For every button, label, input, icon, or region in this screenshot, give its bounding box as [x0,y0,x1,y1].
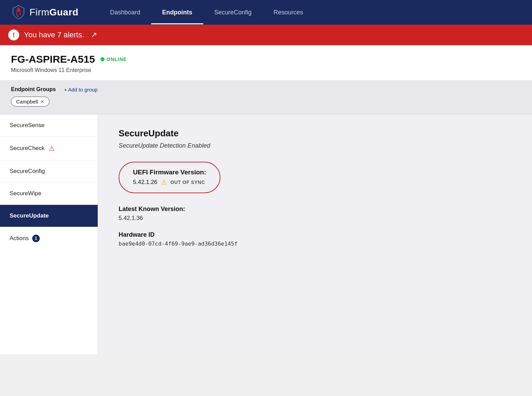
device-header: FG-ASPIRE-A515 ONLINE Microsoft Windows … [0,45,532,80]
device-name: FG-ASPIRE-A515 [11,53,95,65]
hardware-id-label: Hardware ID [119,231,511,238]
nav-item-secureconfig[interactable]: SecureConfig [203,1,263,24]
hardware-id-block: Hardware ID bae9e4d0-07cd-4f69-9ae9-ad36… [119,231,511,247]
latest-version-block: Latest Known Version: 5.42.1.36 [119,206,511,222]
navbar: FirmGuard Dashboard Endpoints SecureConf… [0,0,532,25]
sidebar-item-secureconfig[interactable]: SecureConfig [0,160,98,183]
warning-icon: ⚠ [49,144,55,152]
actions-badge: 1 [32,235,40,242]
groups-label: Endpoint Groups [11,86,56,92]
nav-item-dashboard[interactable]: Dashboard [99,1,151,24]
add-to-group-button[interactable]: + Add to group [64,87,98,92]
device-os: Microsoft Windows 11 Enterprise [11,67,521,73]
firmware-value-row: 5.42.1.26 ⚠ OUT OF SYNC [133,178,206,186]
alert-message: You have 7 alerts. [24,30,84,39]
section-subtitle: SecureUpdate Detection Enabled [119,142,511,149]
main-content: SecureUpdate SecureUpdate Detection Enab… [98,114,532,354]
alert-link-icon[interactable]: ↗︎ [91,30,97,39]
sidebar-item-label: SecureSense [10,122,45,129]
nav-item-endpoints[interactable]: Endpoints [151,1,203,24]
sidebar-actions-label: Actions [10,235,29,242]
endpoint-groups-section: Endpoint Groups + Add to group Campbell … [0,80,532,114]
status-dot [100,57,105,61]
out-of-sync-label: OUT OF SYNC [170,180,205,185]
logo: FirmGuard [11,5,78,20]
sidebar-item-securesense[interactable]: SecureSense [0,114,98,137]
firmware-version-box: UEFI Firmware Version: 5.42.1.26 ⚠ OUT O… [119,162,220,193]
group-tag-name: Campbell [16,99,38,104]
group-tag-campbell: Campbell ✕ [11,97,49,107]
firmware-label: UEFI Firmware Version: [133,169,206,176]
alert-bar: ! You have 7 alerts. ↗︎ [0,25,532,45]
hardware-id-value: bae9e4d0-07cd-4f69-9ae9-ad36d36e145f [119,240,511,247]
sidebar-item-actions[interactable]: Actions 1 [0,227,98,250]
sidebar-item-securecheck[interactable]: SecureCheck ⚠ [0,137,98,160]
firmware-version-value: 5.42.1.26 [133,179,157,186]
nav-links: Dashboard Endpoints SecureConfig Resourc… [99,1,521,24]
sidebar: SecureSense SecureCheck ⚠ SecureConfig S… [0,114,98,354]
logo-text: FirmGuard [29,7,78,18]
main-layout: SecureSense SecureCheck ⚠ SecureConfig S… [0,114,532,354]
firmguard-logo-icon [11,5,26,20]
sidebar-item-label: SecureWipe [10,190,41,197]
status-text: ONLINE [107,57,127,62]
warning-triangle-icon: ⚠ [161,178,167,186]
sidebar-item-label: SecureConfig [10,168,45,175]
status-badge: ONLINE [100,57,127,62]
sidebar-item-securewipe[interactable]: SecureWipe [0,183,98,205]
latest-version-value: 5.42.1.36 [119,215,511,222]
nav-item-resources[interactable]: Resources [263,1,314,24]
alert-icon: ! [8,29,19,40]
sidebar-item-label: SecureUpdate [10,212,49,219]
groups-header: Endpoint Groups + Add to group [11,86,521,92]
device-title-row: FG-ASPIRE-A515 ONLINE [11,53,521,65]
sidebar-item-secureupdate[interactable]: SecureUpdate [0,205,98,227]
group-tag-remove[interactable]: ✕ [40,99,44,104]
section-title: SecureUpdate [119,128,511,139]
sidebar-item-label: SecureCheck [10,145,45,152]
latest-version-label: Latest Known Version: [119,206,511,213]
